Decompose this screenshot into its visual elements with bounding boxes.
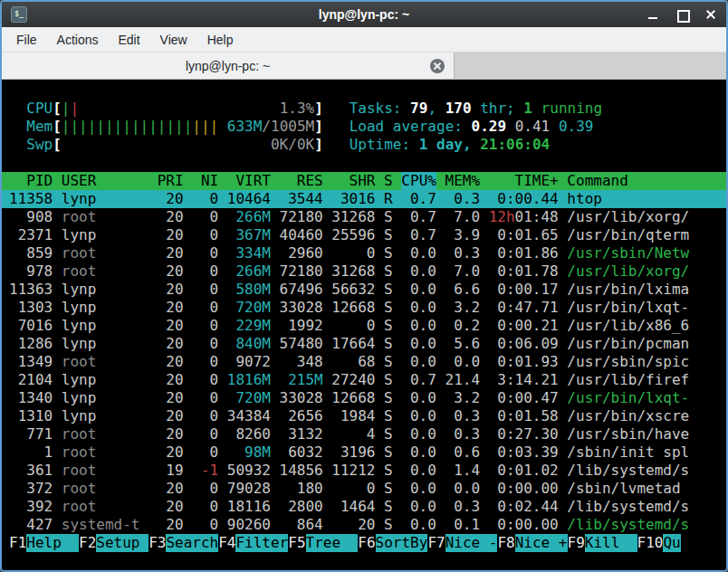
- cell-user: lynp: [62, 281, 140, 299]
- cell-state: S: [384, 498, 393, 516]
- fkey-f2-setup[interactable]: F2Setup: [79, 534, 148, 552]
- process-row[interactable]: 2371 lynp 20 0 367M 40460 25596 S 0.7 3.…: [2, 226, 726, 244]
- cell-cpu: 0.0: [401, 317, 436, 335]
- menu-item-edit[interactable]: Edit: [109, 29, 148, 51]
- process-row[interactable]: 908 root 20 0 266M 72180 31268 S 0.7 7.0…: [2, 208, 726, 226]
- process-row[interactable]: 1286 lynp 20 0 840M 57480 17664 S 0.0 5.…: [2, 335, 726, 353]
- cell-res: 2800: [280, 498, 323, 516]
- cell-cpu: 0.0: [401, 262, 436, 281]
- process-row[interactable]: 392 root 20 0 18116 2800 1464 S 0.0 0.3 …: [2, 498, 726, 516]
- cell-shr: 12668: [331, 299, 375, 317]
- cell-shr: 17664: [331, 335, 375, 353]
- cell-state: S: [384, 281, 393, 299]
- cell-pid: 392: [9, 498, 53, 516]
- col-user[interactable]: USER: [62, 172, 140, 190]
- window-title: lynp@lyn-pc: ~: [2, 7, 726, 22]
- cell-time: 0:00.00: [489, 516, 559, 534]
- cell-res: 72180: [280, 262, 323, 281]
- cell-state: S: [384, 208, 393, 226]
- menu-item-view[interactable]: View: [151, 29, 196, 51]
- cell-user: lynp: [62, 299, 140, 317]
- cell-cpu: 0.0: [401, 498, 436, 516]
- cell-virt: 266M: [227, 262, 271, 281]
- uptime-days: 1 day,: [419, 136, 480, 153]
- process-row[interactable]: 978 root 20 0 266M 72180 31268 S 0.0 7.0…: [2, 262, 726, 281]
- col-command[interactable]: Command: [567, 172, 719, 190]
- tab-close-icon[interactable]: [430, 59, 445, 73]
- process-row[interactable]: 1 root 20 0 98M 6032 3196 S 0.0 0.6 0:03…: [2, 443, 726, 462]
- cell-pri: 20: [148, 407, 184, 425]
- cell-pri: 20: [148, 299, 184, 317]
- cell-shr: 1464: [331, 498, 375, 516]
- col-mem[interactable]: MEM%: [445, 172, 481, 190]
- cell-user: lynp: [62, 335, 140, 353]
- cell-time: 0:01.58: [489, 407, 559, 425]
- htop-screen[interactable]: CPU[||1.3%] Tasks: 79, 170 thr; 1 runnin…: [2, 80, 726, 570]
- menu-item-actions[interactable]: Actions: [48, 29, 108, 51]
- minimize-icon[interactable]: [647, 8, 659, 21]
- process-row[interactable]: 2104 lynp 20 0 1816M 215M 27240 S 0.7 21…: [2, 371, 726, 389]
- fkey-f6-sortby[interactable]: F6SortBy: [358, 534, 427, 552]
- cell-pri: 20: [148, 353, 184, 371]
- process-row[interactable]: 361 root 19 -1 50932 14856 11212 S 0.0 1…: [2, 462, 726, 480]
- process-row[interactable]: 11363 lynp 20 0 580M 67496 56632 S 0.0 6…: [2, 281, 726, 299]
- fkey-f4-filter[interactable]: F4Filter: [218, 534, 288, 552]
- process-row[interactable]: 372 root 20 0 79028 180 0 S 0.0 0.0 0:00…: [2, 480, 726, 498]
- cell-command: /usr/sbin/Netw: [567, 244, 719, 262]
- cell-cpu: 0.0: [401, 443, 436, 462]
- tasks-label: Tasks:: [350, 100, 410, 117]
- process-row[interactable]: 1340 lynp 20 0 720M 33028 12668 S 0.0 3.…: [2, 389, 726, 407]
- cell-ni: 0: [192, 389, 218, 407]
- process-row[interactable]: 1349 root 20 0 9072 348 68 S 0.0 0.0 0:0…: [2, 353, 726, 371]
- process-row[interactable]: 771 root 20 0 8260 3132 4 S 0.0 0.3 0:27…: [2, 425, 726, 443]
- col-time[interactable]: TIME+: [489, 172, 559, 190]
- cell-state: S: [384, 317, 393, 335]
- process-row[interactable]: 859 root 20 0 334M 2960 0 S 0.0 0.3 0:01…: [2, 244, 726, 262]
- col-state[interactable]: S: [384, 172, 393, 190]
- cell-shr: 3016: [331, 190, 375, 208]
- process-row[interactable]: 427 systemd-t 20 0 90260 864 20 S 0.0 0.…: [2, 516, 726, 534]
- tab-active[interactable]: lynp@lyn-pc: ~: [2, 52, 455, 79]
- cell-ni: -1: [192, 462, 218, 480]
- process-row[interactable]: 7016 lynp 20 0 229M 1992 0 S 0.0 0.2 0:0…: [2, 317, 726, 335]
- process-row[interactable]: 1303 lynp 20 0 720M 33028 12668 S 0.0 3.…: [2, 299, 726, 317]
- cell-res: 348: [280, 353, 323, 371]
- fkey-f5-tree[interactable]: F5Tree: [288, 534, 358, 552]
- cell-shr: 25596: [331, 226, 375, 244]
- cpu-meter-label: CPU: [26, 100, 53, 118]
- cell-pid: 427: [9, 516, 53, 534]
- cell-time: 0:00.44: [489, 190, 559, 208]
- menu-item-help[interactable]: Help: [198, 29, 243, 51]
- fkey-f1-help[interactable]: F1Help: [9, 534, 79, 552]
- titlebar: lynp@lyn-pc: ~: [2, 2, 726, 27]
- mem-meter: Mem[||||||||||||||||||633M/1005M]: [9, 118, 323, 136]
- fkey-f7-nice-minus[interactable]: F7Nice -: [427, 534, 497, 552]
- col-cpu[interactable]: CPU%: [401, 172, 436, 190]
- cell-pri: 20: [148, 190, 184, 208]
- mem-meter-text: 633M/1005M: [227, 118, 314, 136]
- running-count: 1: [523, 100, 532, 117]
- terminal-app-icon[interactable]: [11, 6, 27, 23]
- maximize-icon[interactable]: [675, 8, 688, 21]
- cell-time: 0:00.21: [489, 317, 559, 335]
- cell-ni: 0: [192, 244, 218, 262]
- cell-pid: 908: [9, 208, 53, 226]
- fkey-f9-kill[interactable]: F9Kill: [568, 534, 637, 552]
- menu-item-file[interactable]: File: [7, 29, 46, 51]
- close-icon[interactable]: [704, 8, 717, 21]
- fkey-f10-quit[interactable]: F10Qu: [637, 534, 681, 552]
- fkey-f3-search[interactable]: F3Search: [148, 534, 218, 552]
- col-virt[interactable]: VIRT: [227, 172, 271, 190]
- col-res[interactable]: RES: [280, 172, 323, 190]
- col-pid[interactable]: PID: [9, 172, 53, 190]
- cell-command: /usr/bin/lxima: [567, 281, 719, 299]
- cell-ni: 0: [192, 480, 218, 498]
- process-row[interactable]: 1310 lynp 20 0 34384 2656 1984 S 0.0 0.3…: [2, 407, 726, 425]
- col-ni[interactable]: NI: [192, 172, 218, 190]
- process-row[interactable]: 11358 lynp 20 0 10464 3544 3016 R 0.7 0.…: [2, 190, 726, 208]
- col-pri[interactable]: PRI: [148, 172, 184, 190]
- fkey-f8-nice-plus[interactable]: F8Nice +: [497, 534, 567, 552]
- cell-command: /usr/lib/firef: [567, 371, 719, 389]
- cell-ni: 0: [192, 516, 218, 534]
- col-shr[interactable]: SHR: [331, 172, 375, 190]
